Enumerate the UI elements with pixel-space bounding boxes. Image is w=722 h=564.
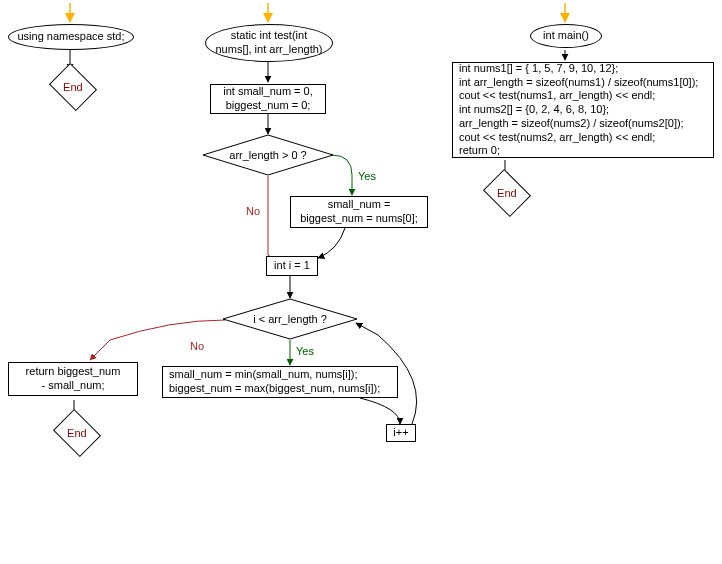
col2-cond2-yes: Yes <box>296 345 314 357</box>
col2-i-init-label: int i = 1 <box>274 259 310 273</box>
col3-body: int nums1[] = { 1, 5, 7, 9, 10, 12}; int… <box>452 62 714 158</box>
col3-end-label: End <box>497 187 517 199</box>
col2-inc: i++ <box>386 424 416 442</box>
col2-end-label: End <box>67 427 87 439</box>
col2-init-label: int small_num = 0, biggest_num = 0; <box>223 85 313 113</box>
col2-inc-label: i++ <box>393 426 408 440</box>
col2-cond2-label: i < arr_length ? <box>253 313 327 325</box>
col2-assign1-label: small_num = biggest_num = nums[0]; <box>300 198 418 226</box>
col2-cond2-no: No <box>190 340 204 352</box>
col3-start: int main() <box>530 24 602 48</box>
col2-i-init: int i = 1 <box>266 256 318 276</box>
col2-cond2: i < arr_length ? <box>222 298 358 340</box>
col3-end: End <box>483 169 531 217</box>
col2-assign1: small_num = biggest_num = nums[0]; <box>290 196 428 228</box>
col2-start: static int test(int nums[], int arr_leng… <box>205 24 333 62</box>
col2-return-label: return biggest_num - small_num; <box>26 365 121 393</box>
col2-init: int small_num = 0, biggest_num = 0; <box>210 84 326 114</box>
col2-start-label: static int test(int nums[], int arr_leng… <box>216 29 323 57</box>
col3-body-label: int nums1[] = { 1, 5, 7, 9, 10, 12}; int… <box>459 62 698 158</box>
col1-start: using namespace std; <box>8 24 134 50</box>
col1-end-label: End <box>63 81 83 93</box>
col2-loop-body-label: small_num = min(small_num, nums[i]); big… <box>169 368 380 396</box>
col2-cond1-label: arr_length > 0 ? <box>229 149 306 161</box>
col2-end: End <box>53 409 101 457</box>
col2-cond1-no: No <box>246 205 260 217</box>
col2-cond1: arr_length > 0 ? <box>202 134 334 176</box>
col3-start-label: int main() <box>543 29 589 43</box>
col2-return: return biggest_num - small_num; <box>8 362 138 396</box>
col1-end: End <box>49 63 97 111</box>
col2-loop-body: small_num = min(small_num, nums[i]); big… <box>162 366 398 398</box>
col1-start-label: using namespace std; <box>17 30 124 44</box>
col2-cond1-yes: Yes <box>358 170 376 182</box>
